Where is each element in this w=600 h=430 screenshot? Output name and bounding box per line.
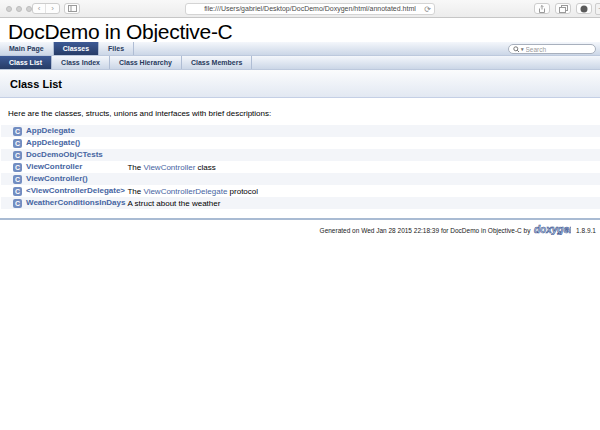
project-name: DocDemo in Objective-C bbox=[8, 20, 600, 43]
class-link[interactable]: AppDelegate() bbox=[26, 138, 80, 147]
desc-link[interactable]: ViewController bbox=[143, 163, 195, 172]
extension-badge-icon bbox=[580, 5, 588, 13]
desc-link[interactable]: ViewControllerDelegate bbox=[143, 187, 227, 196]
nav-buttons: ‹ › bbox=[32, 3, 60, 14]
tab-class-list[interactable]: Class List bbox=[0, 56, 52, 69]
toolbar-right-buttons bbox=[534, 3, 592, 14]
table-row: CViewController The ViewController class bbox=[1, 161, 600, 173]
class-link[interactable]: DocDemoObjCTests bbox=[26, 150, 103, 159]
table-row: C<ViewControllerDelegate> The ViewContro… bbox=[1, 185, 600, 197]
class-icon: C bbox=[13, 187, 22, 196]
class-icon: C bbox=[13, 199, 22, 208]
tab-class-hierarchy[interactable]: Class Hierarchy bbox=[110, 56, 182, 69]
extension-button[interactable] bbox=[576, 3, 592, 14]
class-icon: C bbox=[13, 163, 22, 172]
url-text: file:///Users/gabriel/Desktop/DocDemo/Do… bbox=[204, 5, 416, 12]
close-window-button[interactable] bbox=[6, 6, 12, 12]
forward-button[interactable]: › bbox=[46, 4, 59, 13]
show-all-tabs-button[interactable] bbox=[555, 3, 571, 14]
tab-files[interactable]: Files bbox=[99, 42, 134, 55]
doxygen-version: 1.8.9.1 bbox=[576, 227, 596, 234]
table-row: CViewController() bbox=[1, 173, 600, 185]
class-icon: C bbox=[13, 151, 22, 160]
tab-class-members[interactable]: Class Members bbox=[182, 56, 252, 69]
desc-text: The bbox=[127, 187, 143, 196]
class-list-table: CAppDelegate CAppDelegate() CDocDemoObjC… bbox=[1, 125, 600, 209]
page-header: Class List bbox=[0, 70, 600, 98]
desc-text: class bbox=[195, 163, 215, 172]
table-row: CAppDelegate() bbox=[1, 137, 600, 149]
reload-icon[interactable]: ⟳ bbox=[424, 4, 431, 15]
search-icon[interactable]: ▾ bbox=[513, 46, 524, 53]
address-bar[interactable]: file:///Users/gabriel/Desktop/DocDemo/Do… bbox=[185, 3, 435, 15]
footer: Generated on Wed Jan 28 2015 22:18:39 fo… bbox=[0, 220, 600, 235]
search-filter-caret-icon: ▾ bbox=[521, 46, 524, 52]
desc-text: The bbox=[127, 163, 143, 172]
magnifier-icon bbox=[513, 46, 520, 53]
share-icon bbox=[538, 5, 546, 13]
minimize-window-button[interactable] bbox=[16, 6, 22, 12]
search-box[interactable]: ▾ bbox=[508, 44, 596, 54]
class-icon: C bbox=[13, 127, 22, 136]
doxygen-logo[interactable]: doxygen bbox=[533, 224, 571, 235]
svg-text:doxygen: doxygen bbox=[534, 224, 571, 235]
generated-text: Generated on Wed Jan 28 2015 22:18:39 fo… bbox=[320, 227, 531, 234]
class-link[interactable]: ViewController bbox=[26, 162, 82, 171]
class-link[interactable]: WeatherConditionsInDays bbox=[26, 198, 125, 207]
share-button[interactable] bbox=[534, 3, 550, 14]
table-row: CWeatherConditionsInDays A struct about … bbox=[1, 197, 600, 209]
title-area: DocDemo in Objective-C bbox=[0, 18, 600, 42]
class-link[interactable]: AppDelegate bbox=[26, 126, 75, 135]
new-tab-button[interactable]: + bbox=[595, 3, 600, 15]
desc-text: protocol bbox=[227, 187, 258, 196]
sidebar-toggle-button[interactable] bbox=[64, 3, 80, 14]
class-link[interactable]: ViewController() bbox=[26, 174, 88, 183]
intro-text: Here are the classes, structs, unions an… bbox=[8, 109, 600, 118]
tab-classes[interactable]: Classes bbox=[54, 42, 99, 55]
window-controls bbox=[6, 6, 32, 12]
table-row: CDocDemoObjCTests bbox=[1, 149, 600, 161]
contents: Here are the classes, structs, unions an… bbox=[0, 109, 600, 209]
back-button[interactable]: ‹ bbox=[33, 4, 46, 13]
sidebar-icon bbox=[68, 5, 77, 12]
primary-tab-bar: Main Page Classes Files ▾ bbox=[0, 42, 600, 56]
class-icon: C bbox=[13, 175, 22, 184]
class-link[interactable]: <ViewControllerDelegate> bbox=[26, 186, 125, 195]
browser-toolbar: ‹ › file:///Users/gabriel/Desktop/DocDem… bbox=[0, 0, 600, 18]
search-input[interactable] bbox=[526, 46, 591, 53]
tabs-overview-icon bbox=[559, 5, 568, 13]
table-row: CAppDelegate bbox=[1, 125, 600, 137]
secondary-tab-bar: Class List Class Index Class Hierarchy C… bbox=[0, 56, 600, 70]
page-title: Class List bbox=[10, 78, 600, 90]
desc-text: A struct about the weather bbox=[127, 199, 220, 208]
class-icon: C bbox=[13, 139, 22, 148]
tab-main-page[interactable]: Main Page bbox=[0, 42, 54, 55]
tab-class-index[interactable]: Class Index bbox=[52, 56, 110, 69]
